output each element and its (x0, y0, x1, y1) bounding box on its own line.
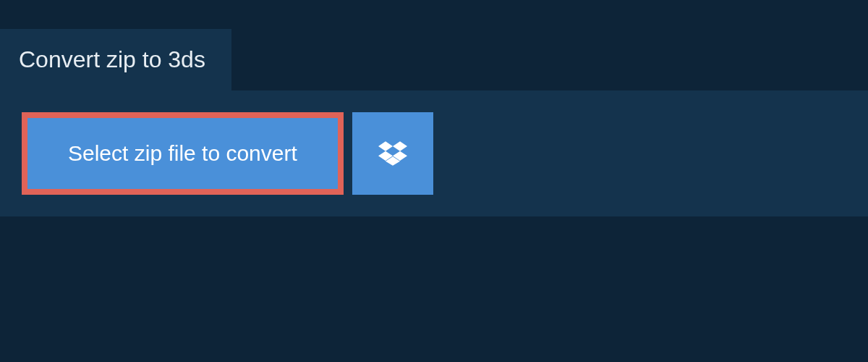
dropbox-button[interactable] (352, 112, 433, 195)
select-button-highlight: Select zip file to convert (22, 112, 344, 195)
select-file-label: Select zip file to convert (68, 141, 297, 165)
page-title-tab: Convert zip to 3ds (0, 29, 231, 90)
button-row: Select zip file to convert (22, 112, 846, 195)
select-file-button[interactable]: Select zip file to convert (27, 118, 338, 189)
dropbox-icon (378, 139, 407, 168)
upload-panel: Select zip file to convert (0, 90, 868, 216)
page-title: Convert zip to 3ds (19, 46, 205, 72)
